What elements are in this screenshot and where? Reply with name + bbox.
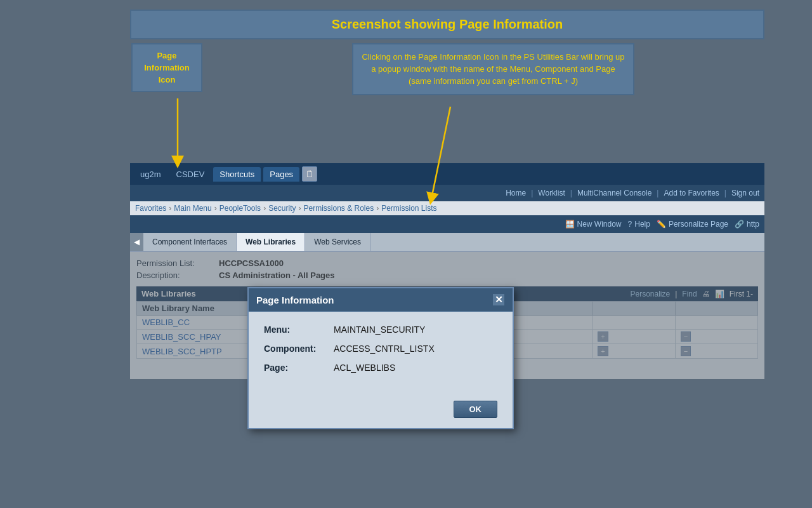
- worklist-link[interactable]: Worklist: [538, 189, 565, 197]
- page-information-modal: Page Information ✕ Menu: MAINTAIN_SECURI…: [247, 287, 514, 429]
- page-info-icon-button[interactable]: 🗒: [302, 166, 317, 182]
- tab-pages[interactable]: Pages: [263, 167, 299, 182]
- annotation-box-right: Clicking on the Page Information Icon in…: [352, 43, 634, 95]
- http-button[interactable]: 🔗 http: [735, 220, 759, 229]
- toolbar-row: 🪟 New Window ? Help ✏️ Personalize Page …: [130, 215, 764, 233]
- annotation-left-text: Page Information Icon: [144, 51, 190, 84]
- arrow-left: [162, 98, 213, 177]
- modal-ok-button[interactable]: OK: [454, 401, 498, 418]
- outer-wrapper: Screenshot showing Page Information Page…: [0, 0, 812, 508]
- svg-line-3: [431, 107, 450, 199]
- modal-component-value: ACCESS_CNTRL_LISTX: [334, 344, 435, 354]
- new-window-button[interactable]: 🪟 New Window: [565, 220, 622, 229]
- breadcrumb-security[interactable]: Security: [268, 204, 296, 213]
- modal-component-label: Component:: [264, 344, 334, 354]
- breadcrumb-permissions-roles[interactable]: Permissions & Roles: [303, 204, 374, 213]
- modal-footer: OK: [249, 394, 513, 428]
- home-link[interactable]: Home: [506, 189, 526, 197]
- modal-title-bar: Page Information ✕: [249, 288, 513, 312]
- page-title: Screenshot showing Page Information: [332, 17, 563, 31]
- modal-overlay: Page Information ✕ Menu: MAINTAIN_SECURI…: [130, 252, 764, 379]
- title-bar: Screenshot showing Page Information: [130, 10, 764, 39]
- multichannel-link[interactable]: MultiChannel Console: [577, 189, 652, 197]
- tab-web-services[interactable]: Web Services: [305, 233, 370, 251]
- tab-left-arrow-button[interactable]: ◀: [130, 233, 143, 251]
- modal-close-icon: ✕: [495, 294, 503, 305]
- tab-shortcuts[interactable]: Shortcuts: [213, 167, 261, 182]
- breadcrumb-peopletools[interactable]: PeopleTools: [219, 204, 261, 213]
- modal-page-label: Page:: [264, 363, 334, 373]
- sign-out-link[interactable]: Sign out: [731, 189, 759, 197]
- breadcrumb-mainmenu[interactable]: Main Menu: [174, 204, 211, 213]
- modal-menu-label: Menu:: [264, 324, 334, 335]
- modal-menu-value: MAINTAIN_SECURITY: [334, 324, 425, 335]
- tab-web-libraries[interactable]: Web Libraries: [237, 233, 305, 251]
- modal-close-button[interactable]: ✕: [492, 293, 505, 306]
- breadcrumb-favorites[interactable]: Favorites: [135, 204, 166, 213]
- tab-component-interfaces[interactable]: Component Interfaces: [143, 233, 237, 251]
- modal-menu-row: Menu: MAINTAIN_SECURITY: [264, 324, 497, 335]
- modal-page-value: ACL_WEBLIBS: [334, 363, 395, 373]
- modal-title: Page Information: [256, 295, 334, 305]
- add-favorites-link[interactable]: Add to Favorites: [664, 189, 719, 197]
- arrow-right: [419, 107, 482, 211]
- annotation-right-text: Clicking on the Page Information Icon in…: [362, 52, 624, 86]
- annotation-box-left: Page Information Icon: [131, 43, 202, 92]
- modal-page-row: Page: ACL_WEBLIBS: [264, 363, 497, 373]
- help-button[interactable]: ? Help: [628, 220, 650, 229]
- modal-component-row: Component: ACCESS_CNTRL_LISTX: [264, 344, 497, 354]
- modal-body: Menu: MAINTAIN_SECURITY Component: ACCES…: [249, 312, 513, 394]
- personalize-page-button[interactable]: ✏️ Personalize Page: [657, 220, 728, 229]
- tab-bar: ◀ Component Interfaces Web Libraries Web…: [130, 233, 764, 252]
- content-area: Permission List: HCCPCSSA1000 Descriptio…: [130, 252, 764, 379]
